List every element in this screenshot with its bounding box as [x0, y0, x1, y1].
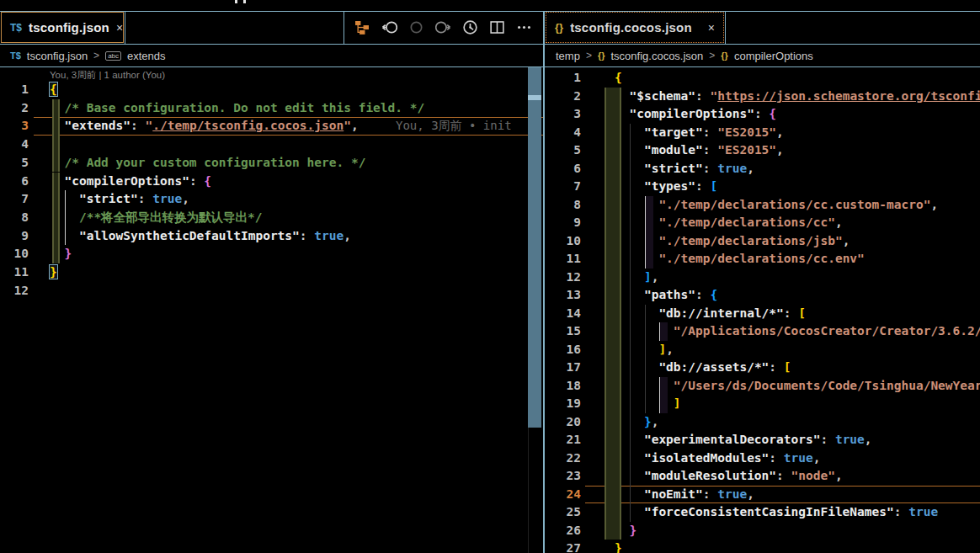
editor-left[interactable]: You, 3周前 | 1 author (You) 1{2 /* Base co… [0, 67, 543, 553]
breadcrumb-item-symbol[interactable]: compilerOptions [734, 50, 813, 62]
close-icon[interactable]: × [116, 21, 123, 35]
code-text: ], [615, 269, 658, 287]
editor-right[interactable]: 1{2 "$schema": "https://json.schemastore… [545, 67, 980, 553]
code-line-6[interactable]: 6 "compilerOptions": { [0, 173, 543, 191]
code-line-24[interactable]: 24 "noEmit": true, [545, 486, 980, 504]
code-line-27[interactable]: 27} [545, 540, 980, 553]
line-number: 23 [545, 467, 581, 486]
code-line-10[interactable]: 10 "./temp/declarations/jsb", [545, 232, 980, 251]
code-text: "./temp/declarations/jsb", [615, 232, 850, 251]
code-text: "./temp/declarations/cc.custom-macro", [615, 196, 938, 215]
line-number: 10 [0, 245, 29, 263]
more-actions-button[interactable] [514, 18, 535, 38]
git-added-gutter-decoration [52, 136, 60, 154]
code-line-8[interactable]: 8 "./temp/declarations/cc.custom-macro", [545, 196, 980, 215]
breadcrumb-item-folder[interactable]: temp [556, 50, 580, 62]
code-line-16[interactable]: 16 ], [545, 341, 980, 359]
breadcrumb-item-symbol[interactable]: extends [127, 50, 166, 62]
tab-label: tsconfig.json [29, 20, 109, 35]
split-editor-button[interactable] [487, 18, 508, 38]
code-line-20[interactable]: 20 }, [545, 413, 980, 432]
code-line-11[interactable]: 11 "./temp/declarations/cc.env" [545, 250, 980, 269]
line-number: 17 [545, 359, 581, 377]
code-line-13[interactable]: 13 "paths": { [545, 286, 980, 305]
scrollbar-cursor-mark [528, 95, 541, 100]
code-text: /* Base configuration. Do not edit this … [50, 99, 424, 118]
line-number: 6 [545, 160, 581, 178]
change-marker-button[interactable] [406, 18, 426, 38]
code-line-23[interactable]: 23 "moduleResolution": "node", [545, 467, 980, 486]
code-line-9[interactable]: 9 "./temp/declarations/cc", [545, 214, 980, 232]
code-text: "forceConsistentCasingInFileNames": true [615, 503, 938, 522]
close-icon[interactable]: × [708, 21, 715, 35]
vscode-window: T$ tsconfig.json × [0, 0, 980, 553]
code-line-22[interactable]: 22 "isolatedModules": true, [545, 449, 980, 468]
code-text: "paths": { [615, 286, 717, 305]
line-number: 5 [545, 141, 581, 160]
breadcrumb-item-file[interactable]: tsconfig.cocos.json [610, 50, 703, 62]
code-line-12[interactable]: 12 [0, 282, 543, 300]
file-history-button[interactable] [461, 18, 481, 38]
code-line-8[interactable]: 8 /**将全部导出转换为默认导出*/ [0, 209, 543, 227]
code-line-14[interactable]: 14 "db://internal/*": [ [545, 305, 980, 323]
source-control-graph-button[interactable] [352, 18, 372, 38]
code-line-11[interactable]: 11} [0, 263, 543, 282]
code-line-1[interactable]: 1{ [0, 81, 543, 99]
line-number: 4 [0, 136, 29, 154]
go-back-button[interactable] [379, 18, 399, 38]
code-line-4[interactable]: 4 "target": "ES2015", [545, 124, 980, 142]
code-line-19[interactable]: 19 ] [545, 395, 980, 413]
line-number: 4 [545, 124, 581, 142]
code-text: }, [615, 413, 658, 432]
tab-separator [725, 11, 726, 44]
code-line-5[interactable]: 5 "module": "ES2015", [545, 141, 980, 160]
line-number: 24 [545, 486, 581, 504]
code-line-2[interactable]: 2 "$schema": "https://json.schemastore.o… [545, 88, 980, 106]
code-line-6[interactable]: 6 "strict": true, [545, 160, 980, 178]
code-text: "db://internal/*": [ [615, 305, 806, 323]
code-line-12[interactable]: 12 ], [545, 269, 980, 287]
line-number: 19 [545, 395, 581, 413]
code-area-left[interactable]: 1{2 /* Base configuration. Do not edit t… [0, 81, 543, 553]
line-number: 10 [545, 232, 581, 251]
line-number: 9 [0, 227, 29, 246]
code-line-25[interactable]: 25 "forceConsistentCasingInFileNames": t… [545, 503, 980, 522]
code-line-18[interactable]: 18 "/Users/ds/Documents/Code/Tsinghua/Ne… [545, 377, 980, 396]
breadcrumb-item-file[interactable]: tsconfig.json [27, 50, 88, 62]
scrollbar-slider[interactable] [528, 67, 541, 428]
code-line-26[interactable]: 26 } [545, 522, 980, 540]
code-area-right[interactable]: 1{2 "$schema": "https://json.schemastore… [545, 69, 980, 553]
code-text: "isolatedModules": true, [615, 449, 820, 468]
line-number: 13 [545, 286, 581, 305]
line-number: 2 [0, 99, 29, 118]
code-text: "moduleResolution": "node", [615, 467, 843, 486]
code-text: "target": "ES2015", [615, 124, 784, 142]
code-line-17[interactable]: 17 "db://assets/*": [ [545, 359, 980, 377]
code-text: "extends": "./temp/tsconfig.cocos.json", [50, 117, 359, 136]
tab-tsconfig-cocos-json[interactable]: {} tsconfig.cocos.json × [546, 12, 724, 43]
code-line-21[interactable]: 21 "experimentalDecorators": true, [545, 431, 980, 449]
code-line-2[interactable]: 2 /* Base configuration. Do not edit thi… [0, 99, 543, 118]
code-text: /**将全部导出转换为默认导出*/ [50, 209, 263, 227]
code-text: ], [615, 341, 674, 359]
gitlens-authors-codelens[interactable]: You, 3周前 | 1 author (You) [50, 69, 165, 82]
code-line-15[interactable]: 15 "/Applications/CocosCreator/Creator/3… [545, 322, 980, 341]
code-line-4[interactable]: 4 [0, 136, 543, 154]
code-line-3[interactable]: 3 "compilerOptions": { [545, 105, 980, 124]
code-text: "./temp/declarations/cc.env" [615, 250, 865, 269]
code-line-1[interactable]: 1{ [545, 69, 980, 88]
gitlens-inline-blame: You, 3周前 • init [396, 117, 512, 136]
go-forward-button[interactable] [433, 18, 453, 38]
code-line-5[interactable]: 5 /* Add your custom configuration here.… [0, 154, 543, 173]
line-number: 25 [545, 503, 581, 522]
code-line-9[interactable]: 9 "allowSyntheticDefaultImports": true, [0, 227, 543, 246]
code-line-7[interactable]: 7 "strict": true, [0, 190, 543, 209]
code-line-3[interactable]: 3 "extends": "./temp/tsconfig.cocos.json… [0, 117, 543, 136]
line-number: 1 [545, 69, 581, 88]
code-line-10[interactable]: 10 } [0, 245, 543, 263]
code-text: "db://assets/*": [ [615, 359, 791, 377]
code-text: } [50, 263, 57, 282]
tab-tsconfig-json[interactable]: T$ tsconfig.json × [1, 12, 124, 43]
code-text: "experimentalDecorators": true, [615, 431, 872, 449]
code-line-7[interactable]: 7 "types": [ [545, 178, 980, 196]
